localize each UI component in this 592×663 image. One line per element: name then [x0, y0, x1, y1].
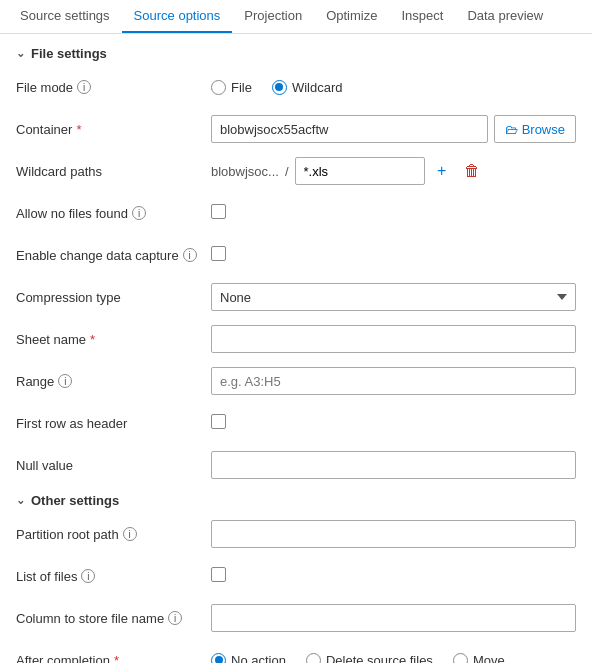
after-completion-delete-option[interactable]: Delete source files [306, 653, 433, 664]
list-of-files-control [211, 567, 576, 585]
browse-button[interactable]: 🗁 Browse [494, 115, 576, 143]
compression-type-row: Compression type None gzip deflate bzip2… [16, 283, 576, 311]
list-of-files-row: List of files i [16, 562, 576, 590]
folder-icon: 🗁 [505, 122, 518, 137]
range-info-icon[interactable]: i [58, 374, 72, 388]
file-mode-wildcard-radio[interactable] [272, 80, 287, 95]
tab-bar: Source settings Source options Projectio… [0, 0, 592, 34]
first-row-header-row: First row as header [16, 409, 576, 437]
allow-no-files-row: Allow no files found i [16, 199, 576, 227]
file-mode-options: File Wildcard [211, 80, 576, 95]
file-mode-file-option[interactable]: File [211, 80, 252, 95]
after-completion-label: After completion * [16, 653, 211, 664]
range-control [211, 367, 576, 395]
first-row-header-checkbox[interactable] [211, 414, 226, 429]
tab-data-preview[interactable]: Data preview [455, 0, 555, 33]
enable-cdc-control [211, 246, 576, 264]
other-settings-header[interactable]: ⌄ Other settings [16, 493, 576, 508]
range-row: Range i [16, 367, 576, 395]
after-completion-required: * [114, 653, 119, 664]
sheet-name-required: * [90, 332, 95, 347]
other-settings-label: Other settings [31, 493, 119, 508]
column-store-filename-row: Column to store file name i [16, 604, 576, 632]
enable-cdc-info-icon[interactable]: i [183, 248, 197, 262]
after-completion-no-action-radio[interactable] [211, 653, 226, 664]
enable-cdc-row: Enable change data capture i [16, 241, 576, 269]
null-value-label: Null value [16, 458, 211, 473]
file-mode-row: File mode i File Wildcard [16, 73, 576, 101]
allow-no-files-control [211, 204, 576, 222]
container-input[interactable] [211, 115, 488, 143]
sheet-name-input[interactable] [211, 325, 576, 353]
partition-root-path-label: Partition root path i [16, 527, 211, 542]
after-completion-move-radio[interactable] [453, 653, 468, 664]
range-input[interactable] [211, 367, 576, 395]
tab-projection[interactable]: Projection [232, 0, 314, 33]
wildcard-paths-label: Wildcard paths [16, 164, 211, 179]
partition-root-path-info-icon[interactable]: i [123, 527, 137, 541]
chevron-down-icon: ⌄ [16, 47, 25, 60]
wildcard-input[interactable] [295, 157, 425, 185]
partition-root-path-control [211, 520, 576, 548]
first-row-header-label: First row as header [16, 416, 211, 431]
container-control: 🗁 Browse [211, 115, 576, 143]
container-label: Container * [16, 122, 211, 137]
null-value-row: Null value [16, 451, 576, 479]
container-required: * [76, 122, 81, 137]
null-value-control [211, 451, 576, 479]
list-of-files-info-icon[interactable]: i [81, 569, 95, 583]
sheet-name-label: Sheet name * [16, 332, 211, 347]
other-settings-chevron-icon: ⌄ [16, 494, 25, 507]
after-completion-options: No action Delete source files Move [211, 653, 576, 664]
tab-optimize[interactable]: Optimize [314, 0, 389, 33]
enable-cdc-label: Enable change data capture i [16, 248, 211, 263]
range-label: Range i [16, 374, 211, 389]
first-row-header-control [211, 414, 576, 432]
column-store-filename-label: Column to store file name i [16, 611, 211, 626]
compression-type-select[interactable]: None gzip deflate bzip2 snappy lz4 tar [211, 283, 576, 311]
container-row: Container * 🗁 Browse [16, 115, 576, 143]
file-settings-label: File settings [31, 46, 107, 61]
add-wildcard-button[interactable]: + [429, 158, 455, 184]
list-of-files-checkbox[interactable] [211, 567, 226, 582]
wildcard-paths-row: Wildcard paths blobwjsoc... / + 🗑 [16, 157, 576, 185]
tab-source-settings[interactable]: Source settings [8, 0, 122, 33]
tab-source-options[interactable]: Source options [122, 0, 233, 33]
column-store-filename-control [211, 604, 576, 632]
file-mode-info-icon[interactable]: i [77, 80, 91, 94]
wildcard-prefix: blobwjsoc... [211, 164, 279, 179]
delete-wildcard-button[interactable]: 🗑 [459, 158, 485, 184]
file-mode-wildcard-option[interactable]: Wildcard [272, 80, 343, 95]
after-completion-move-option[interactable]: Move [453, 653, 505, 664]
file-mode-label: File mode i [16, 80, 211, 95]
compression-type-label: Compression type [16, 290, 211, 305]
allow-no-files-label: Allow no files found i [16, 206, 211, 221]
partition-root-path-row: Partition root path i [16, 520, 576, 548]
partition-root-path-input[interactable] [211, 520, 576, 548]
column-store-filename-info-icon[interactable]: i [168, 611, 182, 625]
list-of-files-label: List of files i [16, 569, 211, 584]
wildcard-separator: / [285, 164, 289, 179]
file-mode-file-radio[interactable] [211, 80, 226, 95]
after-completion-no-action-option[interactable]: No action [211, 653, 286, 664]
sheet-name-control [211, 325, 576, 353]
wildcard-paths-control: blobwjsoc... / + 🗑 [211, 157, 576, 185]
after-completion-delete-radio[interactable] [306, 653, 321, 664]
column-store-filename-input[interactable] [211, 604, 576, 632]
compression-type-control: None gzip deflate bzip2 snappy lz4 tar [211, 283, 576, 311]
null-value-input[interactable] [211, 451, 576, 479]
tab-inspect[interactable]: Inspect [389, 0, 455, 33]
enable-cdc-checkbox[interactable] [211, 246, 226, 261]
after-completion-row: After completion * No action Delete sour… [16, 646, 576, 663]
allow-no-files-info-icon[interactable]: i [132, 206, 146, 220]
allow-no-files-checkbox[interactable] [211, 204, 226, 219]
file-settings-header[interactable]: ⌄ File settings [16, 46, 576, 61]
sheet-name-row: Sheet name * [16, 325, 576, 353]
